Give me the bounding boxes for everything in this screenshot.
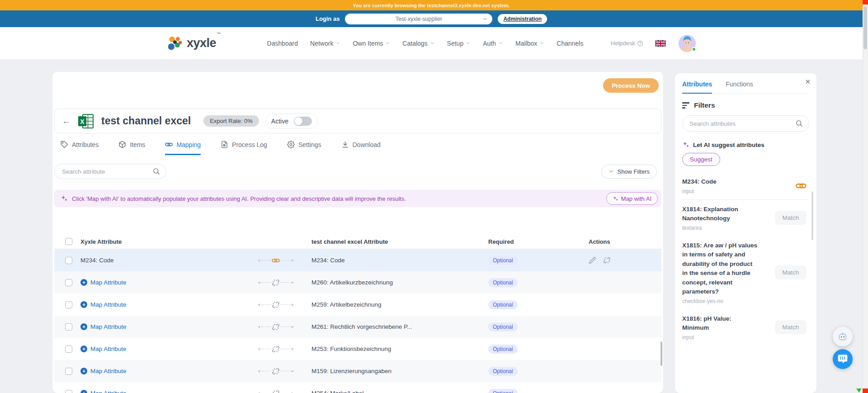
arrow-right-icon [292,326,294,328]
language-flag-uk-icon[interactable] [655,40,666,47]
chat-bubble-icon [837,353,849,365]
tab-settings[interactable]: Settings [287,141,321,155]
nav-item-own-items[interactable]: Own Items [353,40,390,47]
suggest-button[interactable]: Suggest [682,153,720,166]
table-row: + Map Attribute M254: Marke/Label Option… [54,382,661,393]
attribute-type: input [682,334,758,341]
row-checkbox[interactable] [65,279,72,286]
chevron-down-icon [498,41,503,46]
gear-icon [287,141,295,148]
nav-item-catalogs[interactable]: Catalogs [402,40,434,47]
ai-banner-message: Click 'Map with AI' to automatically pop… [72,195,606,202]
nav-item-setup[interactable]: Setup [447,40,471,47]
map-with-ai-button[interactable]: Map with AI [606,192,658,205]
arrow-left-icon [258,259,260,262]
table-row: + Map Attribute M260: Artikelkurzbezeich… [54,271,661,294]
sidebar-attribute-list: M234: Code input X1814: Explanation Nano… [682,172,809,346]
arrow-left-icon [258,370,260,373]
administration-button[interactable]: Administration [498,14,547,24]
process-now-button[interactable]: Process Now [603,78,659,93]
nav-item-dashboard[interactable]: Dashboard [267,40,298,47]
plus-circle-icon: + [80,368,87,374]
nav-item-auth[interactable]: Auth [483,40,503,47]
edit-pencil-icon[interactable] [589,256,596,264]
tab-mapping[interactable]: Mapping [165,141,201,155]
sidebar-list-scrollbar-thumb[interactable] [811,191,813,240]
back-arrow-icon[interactable]: ← [62,117,71,125]
filter-icon [682,102,689,108]
close-icon[interactable]: ✕ [805,78,811,85]
map-attribute-button[interactable]: + Map Attribute [80,368,127,374]
sidebar-search [682,115,809,132]
tab-attributes[interactable]: Attributes [61,141,99,155]
map-attribute-button[interactable]: + Map Attribute [80,346,127,352]
arrow-left-icon [258,348,260,350]
map-attribute-button[interactable]: + Map Attribute [80,390,127,393]
search-attribute-input[interactable] [54,164,166,179]
required-badge: Optional [488,278,518,287]
attribute-name: X1816: pH Value: Minimum [682,314,758,333]
broken-link-icon [272,367,280,375]
column-header-target: test channel excel Attribute [298,238,484,245]
active-toggle[interactable] [294,117,312,126]
map-attribute-button[interactable]: + Map Attribute [80,323,127,330]
sidebar-tab-attributes[interactable]: Attributes [682,80,712,94]
tab-download[interactable]: Download [341,141,381,155]
attribute-list-item: X1814: Explanation Nanotechnology textar… [682,200,809,236]
row-checkbox[interactable] [65,301,72,308]
unlink-icon[interactable] [603,256,611,264]
export-rate-badge: Export Rate: 0% [203,115,259,127]
assistant-robot-button[interactable] [833,327,853,346]
map-attribute-button[interactable]: + Map Attribute [80,279,127,286]
table-row: + Map Attribute M261: Rechtlich vorgesch… [54,316,661,338]
helpdesk-link[interactable]: Helpdesk [611,40,643,47]
page-scrollbar-thumb[interactable] [863,6,867,49]
arrow-right-icon [292,259,294,262]
required-badge: Optional [488,389,518,393]
map-attribute-button[interactable]: + Map Attribute [80,301,127,308]
nav-item-mailbox[interactable]: Mailbox [515,40,544,47]
target-attribute-label: M234: Code [298,257,484,264]
sidebar-tab-functions[interactable]: Functions [726,80,753,94]
match-button[interactable]: Match [775,320,807,334]
row-checkbox[interactable] [65,368,72,375]
nav-item-network[interactable]: Network [310,40,340,47]
tab-items[interactable]: Items [118,141,145,155]
table-body: M234: Code M234: Code Optional [54,249,661,393]
row-checkbox[interactable] [65,257,72,264]
nav-item-channels[interactable]: Channels [557,40,583,47]
attribute-search [54,164,166,179]
xyxle-logo[interactable]: xyxle™ [167,35,220,52]
linked-chain-icon [272,256,280,265]
match-button[interactable]: Match [775,265,807,279]
user-avatar[interactable] [679,35,696,52]
show-filters-button[interactable]: Show Filters [601,165,657,179]
channel-tabs: Attributes Items Mapping Process Log Set… [54,141,661,155]
table-scrollbar-thumb[interactable] [660,341,662,366]
attribute-list-item: X1816: pH Value: Minimum input Match [682,309,809,346]
chevron-down-icon [385,41,390,46]
login-as-user-select[interactable]: Test-xyxle-supplier [345,14,492,24]
sidebar-tabs: Attributes Functions [682,73,809,94]
select-all-checkbox[interactable] [65,238,72,245]
tab-process-log[interactable]: Process Log [221,141,267,155]
attribute-name: M234: Code [682,177,758,187]
chat-button[interactable] [833,349,853,369]
attribute-name: X1814: Explanation Nanotechnology [682,205,758,223]
target-attribute-label: M259: Artikelbezeichnung [298,301,484,308]
chevron-down-icon [335,41,340,46]
scroll-up-button[interactable] [863,0,868,5]
scroll-down-button[interactable] [863,388,868,393]
page-scrollbar[interactable] [863,0,868,393]
mapping-table: Xyxle Attribute test channel excel Attri… [54,234,661,393]
row-checkbox[interactable] [65,323,72,331]
match-button[interactable]: Match [775,211,807,225]
arrow-right-icon [292,370,294,373]
search-icon [152,167,160,175]
row-checkbox[interactable] [65,390,72,393]
broken-link-icon [272,389,280,393]
target-attribute-label: M254: Marke/Label [298,390,484,393]
mapping-link-indicator [253,389,298,393]
row-checkbox[interactable] [65,346,72,353]
search-attributes-input[interactable] [682,115,809,132]
